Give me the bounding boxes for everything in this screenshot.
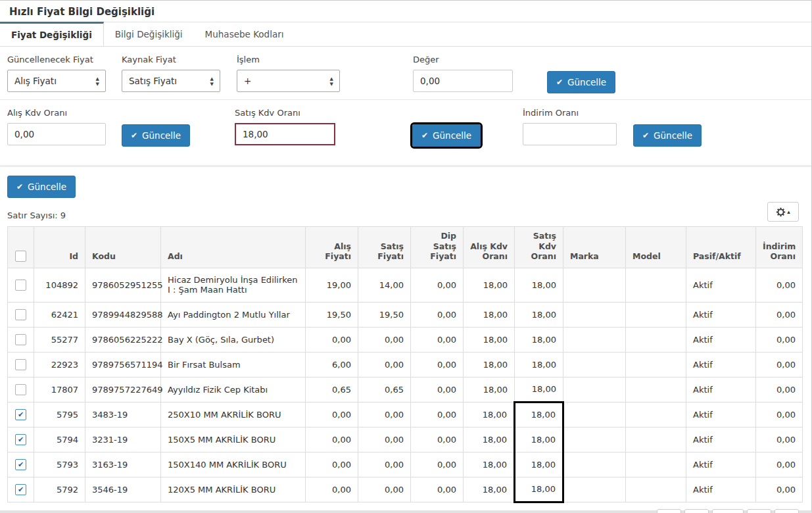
tab-fiyat-degisikligi[interactable]: Fiyat Değişikliği (0, 22, 104, 46)
field-label: İşlem (237, 55, 340, 64)
column-header[interactable]: Alış Kdv Oranı (464, 227, 515, 268)
cell-marka (563, 452, 626, 477)
field-label: Kaynak Fiyat (122, 55, 220, 64)
column-header[interactable]: Satış Kdv Oranı (515, 227, 563, 268)
cell-marka (563, 353, 626, 378)
row-select-cell (8, 328, 34, 353)
cell-model (626, 268, 686, 302)
column-header[interactable]: Alış Fiyatı (306, 227, 358, 268)
cell-adi: 150X140 MM AKRİLİK BORU (161, 452, 306, 477)
cell-model (626, 353, 686, 378)
column-header[interactable]: Adı (161, 227, 306, 268)
indirim-orani-input[interactable] (523, 123, 617, 145)
guncelle-fiyat-button[interactable]: ✔ Güncelle (547, 71, 615, 93)
column-header[interactable]: Id (34, 227, 85, 268)
check-icon: ✔ (642, 132, 649, 139)
field-islem: İşlem + ▲▼ (237, 55, 340, 92)
islem-select[interactable]: + ▲▼ (237, 70, 340, 92)
guncelle-alis-kdv-button[interactable]: ✔ Güncelle (122, 124, 190, 147)
row-select-cell: ✔ (8, 452, 34, 477)
row-select-cell (8, 268, 34, 302)
cell-satis_kdv_orani: 18,00 (515, 378, 563, 403)
guncelle-satis-kdv-button[interactable]: ✔ Güncelle (412, 124, 481, 147)
cell-satis_kdv_orani: 18,00 (515, 328, 563, 353)
last-page-button[interactable]: » (775, 509, 799, 513)
kaynak-fiyat-select[interactable]: Satış Fiyatı ▲▼ (122, 70, 220, 92)
select-arrows-icon: ▲▼ (330, 76, 333, 87)
cell-alis_fiyati: 0,00 (306, 477, 358, 502)
guncelle-bulk-button[interactable]: ✔ Güncelle (7, 176, 76, 198)
cell-pasif_aktif: Aktif (686, 303, 756, 328)
cell-marka (563, 328, 626, 353)
row-checkbox[interactable]: ✔ (15, 409, 26, 420)
prev-page-button[interactable] (684, 509, 709, 513)
column-header[interactable]: Dip Satış Fiyatı (411, 227, 464, 268)
row-checkbox[interactable] (15, 334, 26, 345)
column-header[interactable]: Pasif/Aktif (686, 227, 756, 268)
check-icon: ✔ (16, 183, 23, 191)
field-label: Güncellenecek Fiyat (7, 55, 106, 64)
grid-settings-button[interactable]: ▴ (767, 202, 799, 222)
row-checkbox[interactable] (15, 280, 26, 291)
cell-alis_kdv_orani: 18,00 (464, 477, 515, 502)
table-footer: Toplam 9 Kayıt Gösterilen 1 ile 9 « 1 / … (7, 503, 799, 513)
cell-satis_fiyati: 19,50 (358, 303, 411, 328)
select-all-checkbox[interactable] (15, 251, 26, 262)
column-header[interactable]: Satış Fiyatı (358, 227, 411, 268)
cell-kodu: 9786052951255 (85, 268, 161, 302)
row-checkbox[interactable] (15, 309, 26, 320)
row-select-cell: ✔ (8, 403, 34, 428)
column-header[interactable]: İndirim Oranı (756, 227, 803, 268)
grid-controls: Satır Sayısı: 9 ▴ (7, 202, 799, 222)
deger-input[interactable] (413, 70, 513, 92)
guncellenecek-fiyat-select[interactable]: Alış Fiyatı ▲▼ (7, 70, 106, 92)
satis-kdv-input[interactable] (235, 123, 335, 145)
cell-satis_kdv_orani: 18,00 (515, 268, 563, 302)
select-arrows-icon: ▲▼ (210, 76, 214, 87)
cell-satis_fiyati: 0,00 (358, 403, 411, 428)
cell-kodu: 3163-19 (85, 452, 161, 477)
tab-muhasebe-kodlari[interactable]: Muhasebe Kodları (194, 22, 295, 46)
field-label: İndirim Oranı (523, 108, 617, 118)
cell-alis_fiyati: 0,65 (306, 378, 358, 403)
cell-satis_kdv_orani: 18,00 (515, 428, 563, 452)
column-header[interactable]: Kodu (85, 227, 161, 268)
cell-dip_satis_fiyati: 0,00 (411, 428, 464, 452)
cell-alis_fiyati: 0,00 (306, 328, 358, 353)
cell-satis_fiyati: 0,00 (358, 477, 411, 502)
field-label: Değer (413, 55, 513, 64)
panel: Hızlı Fiyat Bilgi Değişikliği Fiyat Deği… (0, 0, 812, 513)
cell-dip_satis_fiyati: 0,00 (411, 403, 464, 428)
cell-id: 104892 (34, 268, 85, 302)
first-page-button[interactable]: « (657, 509, 681, 513)
row-checkbox[interactable]: ✔ (15, 484, 26, 495)
cell-marka (563, 268, 626, 302)
cell-pasif_aktif: Aktif (686, 268, 756, 302)
cell-id: 62421 (34, 303, 85, 328)
cell-alis_fiyati: 19,50 (306, 303, 358, 328)
table-row: 178079789757227649Ayyıldız Fizik Cep Kit… (8, 378, 803, 403)
tab-bilgi-degisikligi[interactable]: Bilgi Değişikliği (104, 22, 194, 46)
table-row: ✔57943231-19150X5 MM AKRİLİK BORU0,000,0… (8, 428, 803, 452)
cell-pasif_aktif: Aktif (686, 477, 756, 502)
select-all-header (8, 227, 34, 268)
button-label: Güncelle (433, 130, 471, 141)
row-checkbox[interactable] (15, 359, 26, 370)
column-header[interactable]: Model (626, 227, 686, 268)
column-header[interactable]: Marka (563, 227, 626, 268)
guncelle-indirim-button[interactable]: ✔ Güncelle (633, 124, 702, 147)
row-checkbox[interactable]: ✔ (15, 459, 26, 470)
next-page-button[interactable] (747, 509, 771, 513)
cell-adi: 120X5 MM AKRİLİK BORU (161, 477, 306, 502)
cell-id: 5795 (34, 403, 85, 428)
cell-alis_kdv_orani: 18,00 (464, 403, 515, 428)
alis-kdv-input[interactable] (7, 123, 106, 145)
row-checkbox[interactable]: ✔ (15, 434, 26, 445)
cell-kodu: 9789756571194 (85, 353, 161, 378)
cell-indirim_orani: 0,00 (756, 428, 803, 452)
field-deger: Değer (413, 55, 513, 92)
field-kaynak-fiyat: Kaynak Fiyat Satış Fiyatı ▲▼ (122, 55, 220, 92)
cell-satis_fiyati: 0,00 (358, 452, 411, 477)
row-checkbox[interactable] (15, 384, 26, 395)
cell-alis_fiyati: 6,00 (306, 353, 358, 378)
